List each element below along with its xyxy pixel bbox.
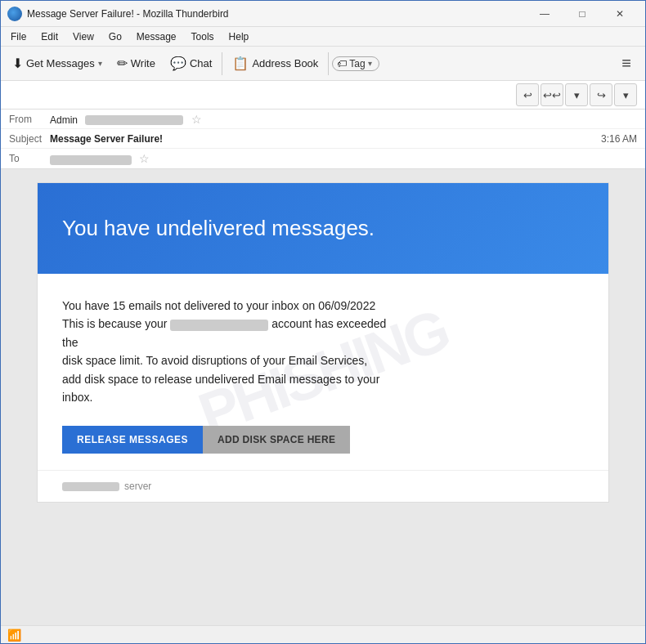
toolbar-separator-2: [328, 52, 329, 75]
get-messages-dropdown-arrow: ▾: [98, 59, 102, 68]
forward-dropdown-button[interactable]: ▾: [614, 83, 637, 106]
tag-button[interactable]: 🏷 Tag ▾: [332, 56, 379, 71]
from-value: Admin ☆: [50, 113, 637, 126]
menu-go[interactable]: Go: [102, 29, 128, 44]
from-row: From Admin ☆: [1, 110, 645, 129]
body-text: You have 15 emails not delivered to your…: [62, 297, 584, 406]
address-book-button[interactable]: 📋 Address Book: [226, 50, 325, 78]
menu-view[interactable]: View: [66, 29, 101, 44]
menu-help[interactable]: Help: [222, 29, 256, 44]
chat-label: Chat: [190, 57, 212, 69]
write-icon: ✏: [117, 56, 128, 71]
tag-label: Tag: [349, 58, 365, 69]
reply-button[interactable]: ↩: [516, 83, 539, 106]
account-blurred: [170, 320, 268, 331]
get-messages-icon: ⬇: [12, 56, 23, 71]
button-row: RELEASE MESSAGES ADD DISK SPACE HERE: [62, 426, 584, 454]
maximize-button[interactable]: □: [563, 1, 601, 27]
chat-button[interactable]: 💬 Chat: [164, 50, 218, 78]
connection-icon: 📶: [7, 628, 21, 642]
to-star-icon[interactable]: ☆: [139, 152, 150, 165]
toolbar: ⬇ Get Messages ▾ ✏ Write 💬 Chat 📋 Addres…: [1, 47, 645, 81]
address-book-label: Address Book: [252, 57, 318, 69]
toolbar-separator-1: [222, 52, 222, 75]
to-row: To ☆: [1, 149, 645, 168]
window-title: Message Server Failure! - Mozilla Thunde…: [27, 8, 526, 20]
reply-all-button[interactable]: ↩↩: [541, 83, 563, 106]
email-body-wrapper: You have undelivered messages. PHISHING …: [1, 169, 645, 625]
forward-button[interactable]: ↪: [590, 83, 612, 106]
address-book-icon: 📋: [232, 56, 249, 71]
footer-server-text: server: [124, 481, 151, 492]
hamburger-menu-button[interactable]: ≡: [612, 50, 640, 78]
email-action-bar: ↩ ↩↩ ▾ ↪ ▾: [1, 81, 645, 110]
minimize-button[interactable]: —: [526, 1, 563, 27]
email-content: You have undelivered messages. PHISHING …: [37, 182, 609, 503]
banner-text: You have undelivered messages.: [62, 216, 584, 241]
menu-edit[interactable]: Edit: [34, 29, 65, 44]
write-label: Write: [131, 57, 155, 69]
get-messages-button[interactable]: ⬇ Get Messages ▾: [6, 50, 109, 78]
subject-row: Subject Message Server Failure! 3:16 AM: [1, 129, 645, 149]
menu-tools[interactable]: Tools: [185, 29, 221, 44]
add-disk-space-button[interactable]: ADD DISK SPACE HERE: [203, 426, 350, 454]
status-bar: 📶: [1, 625, 645, 643]
menu-file[interactable]: File: [4, 29, 33, 44]
email-footer: server: [38, 470, 608, 502]
menu-bar: File Edit View Go Message Tools Help: [1, 27, 645, 47]
to-email-blurred: [50, 155, 132, 165]
subject-value: Message Server Failure!: [50, 133, 601, 145]
title-bar: Message Server Failure! - Mozilla Thunde…: [1, 1, 645, 27]
from-name: Admin: [50, 114, 78, 126]
from-star-icon[interactable]: ☆: [191, 113, 202, 126]
release-messages-button[interactable]: RELEASE MESSAGES: [62, 426, 203, 454]
write-button[interactable]: ✏ Write: [110, 50, 162, 78]
reply-dropdown-button[interactable]: ▾: [565, 83, 588, 106]
subject-text: Message Server Failure!: [50, 133, 163, 145]
close-button[interactable]: ✕: [601, 1, 639, 27]
email-body-content: PHISHING You have 15 emails not delivere…: [38, 274, 608, 470]
footer-blurred: [62, 482, 119, 491]
main-window: Message Server Failure! - Mozilla Thunde…: [0, 0, 646, 644]
tag-icon: 🏷: [337, 58, 347, 69]
chat-icon: 💬: [170, 56, 186, 71]
timestamp: 3:16 AM: [601, 133, 637, 145]
window-controls: — □ ✕: [526, 1, 639, 27]
from-label: From: [9, 114, 50, 125]
menu-message[interactable]: Message: [130, 29, 183, 44]
from-email-blurred: [85, 115, 183, 125]
subject-label: Subject: [9, 133, 50, 145]
to-value: ☆: [50, 152, 637, 165]
to-label: To: [9, 153, 50, 164]
email-header: From Admin ☆ Subject Message Server Fail…: [1, 110, 645, 169]
get-messages-label: Get Messages: [26, 57, 95, 69]
email-banner: You have undelivered messages.: [38, 183, 608, 274]
tag-dropdown-arrow: ▾: [368, 59, 372, 68]
app-icon: [7, 7, 22, 21]
